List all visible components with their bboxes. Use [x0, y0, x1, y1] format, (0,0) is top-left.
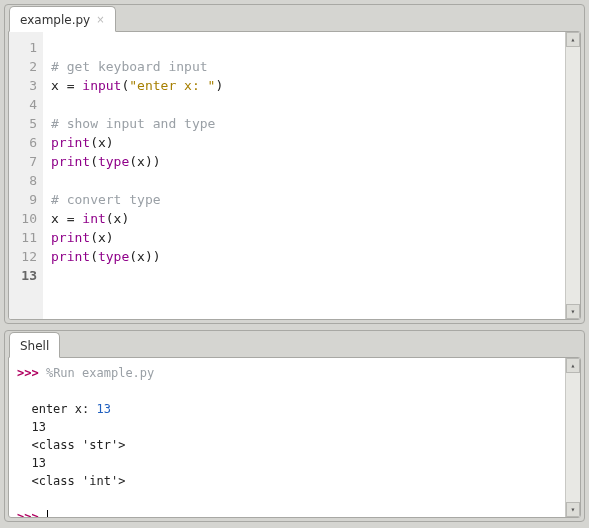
code-line: # get keyboard input	[51, 57, 559, 76]
shell-tabs: Shell	[5, 332, 584, 358]
shell-scrollbar[interactable]: ▴ ▾	[565, 358, 580, 517]
code-line: print(type(x))	[51, 247, 559, 266]
code-line: x = int(x)	[51, 209, 559, 228]
shell-content-wrap: >>> %Run example.py enter x: 13 13 <clas…	[8, 357, 581, 518]
code-area[interactable]: # get keyboard inputx = input("enter x: …	[43, 32, 565, 319]
scroll-down-icon[interactable]: ▾	[566, 304, 580, 319]
line-number: 1	[13, 38, 37, 57]
line-number: 3	[13, 76, 37, 95]
scroll-down-icon[interactable]: ▾	[566, 502, 580, 517]
tab-shell[interactable]: Shell	[9, 332, 60, 358]
shell-line: >>> %Run example.py	[17, 364, 557, 382]
shell-area[interactable]: >>> %Run example.py enter x: 13 13 <clas…	[9, 358, 565, 517]
editor-scrollbar[interactable]: ▴ ▾	[565, 32, 580, 319]
editor-content: 12345678910111213 # get keyboard inputx …	[8, 31, 581, 320]
editor-tabs: example.py ×	[5, 6, 584, 32]
shell-run-cmd: %Run example.py	[46, 366, 154, 380]
line-number: 13	[13, 266, 37, 285]
code-line: x = input("enter x: ")	[51, 76, 559, 95]
line-number: 6	[13, 133, 37, 152]
line-number: 11	[13, 228, 37, 247]
scroll-up-icon[interactable]: ▴	[566, 358, 580, 373]
code-line: print(x)	[51, 133, 559, 152]
close-icon[interactable]: ×	[96, 15, 104, 25]
tab-label: Shell	[20, 339, 49, 353]
code-line: # show input and type	[51, 114, 559, 133]
line-number: 10	[13, 209, 37, 228]
shell-pane: Shell >>> %Run example.py enter x: 13 13…	[4, 330, 585, 522]
line-number: 5	[13, 114, 37, 133]
line-number: 7	[13, 152, 37, 171]
shell-line	[17, 382, 557, 400]
scroll-up-icon[interactable]: ▴	[566, 32, 580, 47]
line-number: 8	[13, 171, 37, 190]
line-number-gutter: 12345678910111213	[9, 32, 43, 319]
shell-prompt: >>>	[17, 366, 39, 380]
code-line: # convert type	[51, 190, 559, 209]
code-line	[51, 171, 559, 190]
shell-line: enter x: 13	[17, 400, 557, 418]
line-number: 9	[13, 190, 37, 209]
code-line: print(x)	[51, 228, 559, 247]
line-number: 4	[13, 95, 37, 114]
shell-line: 13	[17, 418, 557, 436]
editor-pane: example.py × 12345678910111213 # get key…	[4, 4, 585, 324]
shell-line: >>>	[17, 508, 557, 517]
code-line	[51, 266, 559, 285]
line-number: 12	[13, 247, 37, 266]
tab-label: example.py	[20, 13, 90, 27]
code-line: print(type(x))	[51, 152, 559, 171]
line-number: 2	[13, 57, 37, 76]
shell-line: 13	[17, 454, 557, 472]
tab-example-py[interactable]: example.py ×	[9, 6, 116, 32]
shell-line: <class 'int'>	[17, 472, 557, 490]
shell-line	[17, 490, 557, 508]
code-line	[51, 95, 559, 114]
code-line	[51, 38, 559, 57]
shell-prompt: >>>	[17, 510, 39, 517]
shell-line: <class 'str'>	[17, 436, 557, 454]
cursor	[47, 510, 48, 517]
